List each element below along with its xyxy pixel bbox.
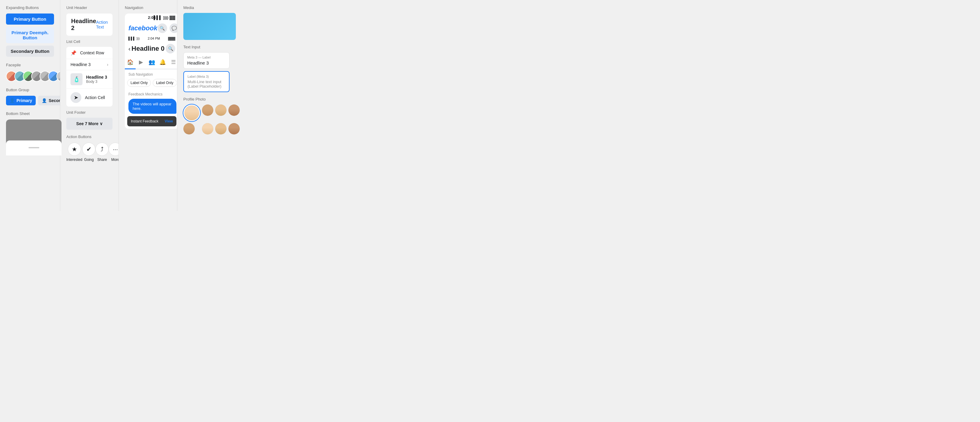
list-cell-headline: Headline 3: [86, 75, 107, 80]
secondary-button[interactable]: Secondary Button: [6, 46, 54, 57]
profile-photo-6[interactable]: [202, 123, 213, 134]
text-input-section: Text Input Meta 3 — Label Headline 3 Lab…: [183, 45, 229, 92]
fb-logo: facebook: [129, 24, 158, 32]
face-7: [215, 123, 226, 134]
list-cell-headline3[interactable]: Headline 3 ›: [66, 59, 113, 70]
unit-header-action[interactable]: Action Text: [96, 20, 108, 29]
profile-photo-2[interactable]: [202, 104, 213, 116]
unit-header-card: Headline 2 Action Text: [66, 13, 113, 36]
list-cell-card: 📌 Context Row Headline 3 › 🧴 Headline 3 …: [66, 47, 113, 107]
status-icons-1: ▌▌▌ )))) ▓▓: [154, 15, 175, 20]
action-buttons-row: ★ Interested ✔ Going ⤴ Share ··· More: [66, 143, 113, 162]
feedback-title: Feedback Mechanics: [127, 92, 177, 96]
chevron-right-icon: ›: [107, 62, 108, 67]
profile-photo-7[interactable]: [215, 123, 226, 134]
bottom-sheet-title: Bottom Sheet: [6, 111, 54, 116]
panel-navigation: Navigation 2:04 ▌▌▌ )))) ▓▓ facebook 🔍 💬…: [119, 0, 177, 211]
face-8: [228, 123, 240, 134]
bottom-sheet-handle: [29, 147, 39, 148]
profile-photo-4[interactable]: [228, 104, 240, 116]
nav-page-title: Headline 0: [131, 45, 164, 53]
pin-icon: 📌: [70, 50, 76, 56]
battery-2: ▓▓▓: [168, 37, 175, 40]
bottom-sheet-preview: [6, 119, 62, 156]
list-cell-thumbnail: 🧴: [70, 73, 83, 85]
primary-button[interactable]: Primary Button: [6, 13, 54, 25]
btn-group-primary[interactable]: 👤 Primary: [6, 96, 36, 105]
share-label: Share: [97, 158, 107, 162]
primary-deemph-button[interactable]: Primary Deemph. Button: [6, 27, 54, 43]
nav-tab-bar: 🏠 ▶ 👥 🔔 ☰: [125, 56, 179, 69]
face-4: [228, 104, 240, 116]
facepile-section: Facepile ···: [6, 63, 54, 82]
profile-photo-grid: [183, 104, 229, 134]
action-btn-interested[interactable]: ★ Interested: [66, 143, 82, 162]
action-buttons-title: Action Buttons: [66, 134, 113, 139]
going-icon: ✔: [82, 143, 95, 156]
action-btn-share[interactable]: ⤴ Share: [95, 143, 109, 162]
panel-expanding-buttons: Expanding Buttons Primary Button Primary…: [0, 0, 60, 211]
action-btn-going[interactable]: ✔ Going: [82, 143, 95, 162]
list-cell-text-block: Headline 3 Body 3: [86, 75, 107, 84]
sub-nav-pill-2[interactable]: Label Only: [153, 79, 177, 87]
text-input-multiline[interactable]: Label (Meta 3) Multi-Line text input (La…: [183, 71, 229, 92]
profile-photo-title: Profile Photo: [183, 97, 229, 102]
sub-nav-pill-1[interactable]: Label Only: [127, 79, 151, 87]
tab-home[interactable]: 🏠: [125, 56, 136, 69]
user-icon-secondary: 👤: [42, 98, 47, 103]
media-title: Media: [183, 5, 229, 10]
nav-inner-header: ‹ Headline 0 🔍: [125, 41, 179, 56]
action-cell-icon: ➤: [70, 92, 81, 103]
text-input-title: Text Input: [183, 45, 229, 49]
see-more-button[interactable]: See 7 More ∨: [66, 118, 113, 130]
instant-feedback-text: Instant Feedback: [131, 119, 158, 123]
back-button[interactable]: ‹: [129, 45, 130, 52]
more-label: More: [111, 158, 119, 162]
tab-friends[interactable]: 👥: [146, 56, 157, 69]
bottom-sheet-section: Bottom Sheet: [6, 111, 54, 156]
going-label: Going: [84, 158, 94, 162]
list-cell-action[interactable]: ➤ Action Cell: [66, 89, 113, 107]
list-cell-context-row[interactable]: 📌 Context Row: [66, 47, 113, 59]
face-1: [184, 105, 199, 120]
button-group-row: 👤 Primary 👤 Secondary: [6, 96, 54, 105]
tab-video[interactable]: ▶: [136, 56, 146, 69]
nav-fb-header: facebook 🔍 💬: [125, 22, 179, 35]
action-cell-label: Action Cell: [85, 95, 105, 100]
nav-phone-frame: 2:04 ▌▌▌ )))) ▓▓ facebook 🔍 💬 ▌▌▌ ))) 2:…: [125, 13, 179, 129]
text-input-card-1: Meta 3 — Label Headline 3: [183, 52, 229, 69]
nav-status-bar-1: 2:04 ▌▌▌ )))) ▓▓: [125, 13, 179, 22]
sub-nav-title: Sub Navigation: [127, 72, 177, 76]
interested-label: Interested: [66, 158, 82, 162]
status-time-2: 2:04 PM: [148, 37, 160, 40]
profile-photo-5[interactable]: [183, 123, 195, 134]
feedback-bubble: The videos will appear here.: [129, 99, 177, 114]
wifi-icon: )))): [163, 15, 168, 20]
feedback-instant-bar: Instant Feedback View: [127, 116, 177, 126]
face-6: [202, 123, 213, 134]
inner-search-button[interactable]: 🔍: [165, 44, 175, 53]
text-input-meta-1: Meta 3 — Label: [187, 56, 226, 59]
tab-notifications[interactable]: 🔔: [157, 56, 168, 69]
nav-fb-icons: 🔍 💬: [158, 24, 179, 33]
action-buttons-section: Action Buttons ★ Interested ✔ Going ⤴ Sh…: [66, 134, 113, 162]
unit-footer-section: Unit Footer See 7 More ∨: [66, 110, 113, 130]
face-5: [183, 123, 195, 134]
button-group-section: Button Group 👤 Primary 👤 Secondary: [6, 88, 54, 105]
headline3-label: Headline 3: [70, 62, 91, 67]
text-input-label-meta: Label (Meta 3): [188, 75, 225, 78]
text-input-value-1[interactable]: Headline 3: [187, 61, 226, 65]
profile-photo-3[interactable]: [215, 104, 226, 116]
facepile-avatars: ···: [6, 71, 54, 82]
unit-footer-title: Unit Footer: [66, 110, 113, 115]
status-icons-2: ▌▌▌ ))): [129, 37, 140, 40]
search-button[interactable]: 🔍: [158, 24, 167, 33]
list-cell-body: Body 3: [86, 80, 107, 84]
face-2: [202, 104, 213, 116]
context-row-label: Context Row: [80, 51, 104, 55]
profile-photo-1[interactable]: [183, 104, 200, 121]
view-button[interactable]: View: [165, 119, 173, 123]
media-section: Media: [183, 5, 229, 40]
list-cell-with-image[interactable]: 🧴 Headline 3 Body 3: [66, 70, 113, 89]
profile-photo-8[interactable]: [228, 123, 240, 134]
